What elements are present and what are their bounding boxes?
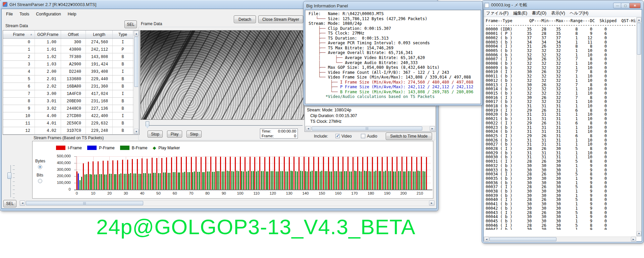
table-cell: 1.02 [35, 53, 61, 60]
column-header-frame[interactable]: Frame▲ [3, 31, 35, 38]
tree-connector: ├── [309, 70, 328, 75]
chart-bar [156, 158, 157, 190]
chart-bar [313, 157, 314, 190]
table-cell: 227,136 [86, 105, 113, 112]
zoom-trackbar-thumb[interactable] [7, 172, 11, 179]
step-button[interactable]: Step [186, 131, 202, 138]
notepad-titlebar[interactable]: 00003.log - メモ帳 — ▢ ✕ [482, 1, 643, 9]
chart-bar [304, 157, 305, 190]
big-info-line-text: Max GOP Size: 1,054,080 Bytes (8,432,640… [328, 65, 439, 70]
chart-bar [347, 157, 348, 190]
menu-item-file[interactable]: File [3, 10, 16, 18]
stop-button[interactable]: Stop [148, 131, 163, 138]
chart-bar [194, 171, 195, 190]
table-row[interactable]: 83.0120BE00231,168B [3, 98, 134, 105]
switch-time-mode-button[interactable]: Switch to Time Mode [386, 133, 432, 140]
table-row[interactable]: 21.027F380143,808B [3, 53, 134, 61]
chart-bar [400, 171, 401, 190]
notepad-hthumb[interactable] [489, 237, 556, 241]
audio-checkbox-label[interactable]: Audio [367, 134, 377, 139]
notepad-menu-item[interactable]: 表示(V) [549, 9, 568, 17]
audio-checkbox[interactable] [361, 134, 365, 138]
notepad-menu-item[interactable]: 書式(O) [530, 9, 549, 17]
tree-connector: ├── [309, 41, 328, 45]
scroll-left-icon[interactable]: ◄ [20, 201, 25, 206]
video-checkbox-label[interactable]: Video [341, 134, 352, 139]
menu-item-tools[interactable]: Tools [16, 10, 33, 18]
scroll-right-icon[interactable]: ► [430, 126, 435, 131]
notepad-menu-item[interactable]: ヘルプ(H) [568, 9, 591, 17]
table-row[interactable]: 124.0231D7C0229,248B [3, 127, 134, 135]
scroll-up-icon[interactable]: ▲ [637, 17, 641, 22]
chart-bar [166, 157, 167, 190]
play-button[interactable]: Play [167, 131, 182, 138]
big-info-titlebar[interactable]: Big Information Panel [304, 1, 482, 10]
column-header-gopframe[interactable]: GOP.Frame [35, 31, 61, 38]
seek-slider-track[interactable] [148, 125, 303, 126]
table-row[interactable]: 73.001A4FC0417,024I [3, 90, 134, 98]
notepad-vscrollbar[interactable]: ▲ ▼ [636, 17, 642, 237]
chart-bar [254, 157, 255, 190]
chart-bar [382, 157, 383, 190]
tree-connector: │ └── [309, 60, 345, 65]
scroll-right-icon[interactable]: ► [429, 201, 434, 206]
table-cell: B [113, 98, 133, 105]
chart-bar [160, 173, 161, 190]
chart-bar [112, 160, 113, 190]
table-row[interactable]: 31.03A2900191,424B [3, 61, 134, 68]
table-cell: 5.00 [35, 135, 61, 135]
scroll-left-icon[interactable]: ◄ [484, 237, 489, 242]
menu-item-help[interactable]: Help [64, 10, 80, 18]
table-row[interactable]: 93.022448C0227,136B [3, 105, 134, 112]
table-row[interactable]: 42.00D2240393,408I [3, 68, 134, 75]
chart-bar [83, 163, 84, 190]
table-cell: 231,360 [86, 83, 113, 90]
column-header-length[interactable]: Length [86, 31, 113, 38]
table-row[interactable]: 62.0216BA80231,360B [3, 83, 134, 90]
trackbar-tick [13, 190, 15, 190]
chart-bar [94, 174, 95, 190]
close-stream-player-button[interactable]: Close Stream Player [258, 15, 303, 23]
column-header-type[interactable]: Type [113, 31, 133, 38]
notepad-text-area[interactable]: Frame--Type QP---Min---Max---Range---DC … [486, 18, 636, 230]
notepad-hscrollbar[interactable]: ◄ ► [484, 237, 636, 242]
sel-top-button[interactable]: SEL [124, 20, 137, 28]
notepad-menu-item[interactable]: 編集(E) [511, 9, 530, 17]
main-hscrollbar[interactable]: ◄ ► [19, 200, 435, 206]
chart-bar [189, 172, 190, 190]
chart-bar [321, 171, 322, 190]
table-cell: 4.02 [35, 127, 61, 134]
sel-bottom-button[interactable]: SEL [3, 200, 16, 207]
zoom-trackbar-track[interactable] [10, 165, 11, 197]
chart-bar [124, 174, 125, 190]
table-row[interactable]: 52.01133680229,440B [3, 75, 134, 83]
table-row[interactable]: 01.00300274,560I [3, 39, 134, 46]
close-icon[interactable]: ✕ [629, 3, 641, 8]
notepad-vthumb[interactable] [637, 23, 641, 55]
detach-button[interactable]: Detach [234, 15, 256, 23]
scroll-down-icon[interactable]: ▼ [637, 231, 641, 236]
chart-bar [310, 171, 311, 190]
table-row[interactable]: 135.00355EC0425,856I [3, 135, 134, 135]
table-row[interactable]: 114.012E50C0229,632B [3, 120, 134, 127]
menu-item-configuration[interactable]: Configuration [33, 10, 64, 18]
main-hscroll-thumb[interactable] [26, 201, 143, 205]
time-value: 0:00:00.00 [278, 129, 296, 133]
table-row[interactable]: 104.0027CD80422,400I [3, 112, 134, 120]
table-row[interactable]: 11.0143800242,112P [3, 46, 134, 53]
player-info-hthumb[interactable] [312, 126, 422, 131]
chart-bar [361, 171, 362, 190]
chart-bar [152, 158, 153, 190]
notepad-menu-item[interactable]: ファイル(F) [484, 9, 511, 17]
table-cell: 2.02 [35, 83, 61, 90]
scroll-right-icon[interactable]: ► [631, 237, 636, 242]
maximize-icon[interactable]: ▢ [621, 3, 630, 8]
scroll-left-icon[interactable]: ◄ [306, 126, 311, 131]
chart-bar [267, 171, 268, 190]
column-header-offset[interactable]: Offset [61, 31, 86, 38]
chart-bar [158, 173, 159, 190]
chart-bar [328, 157, 329, 190]
player-info-hscrollbar[interactable]: ◄ ► [305, 126, 435, 131]
video-checkbox[interactable] [335, 134, 340, 138]
chart-bar [117, 160, 118, 190]
